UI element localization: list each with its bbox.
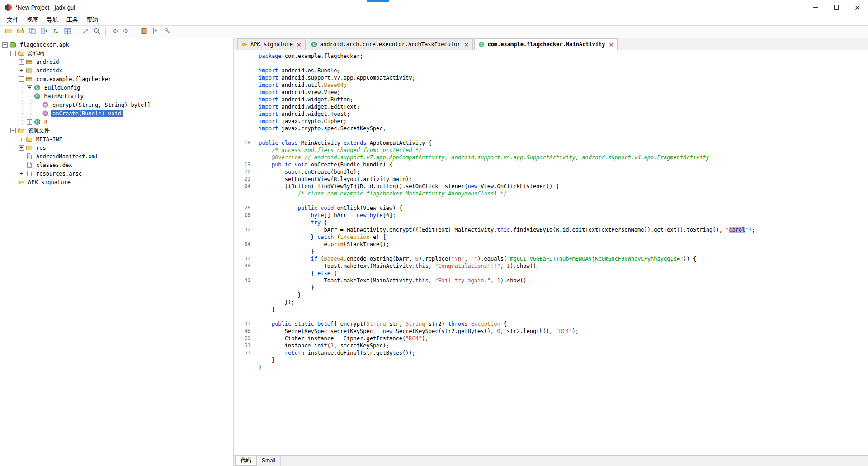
code-text[interactable]: super.onCreate(bundle); xyxy=(255,168,360,176)
code-text[interactable]: } xyxy=(255,364,262,371)
tab-apk-signature[interactable]: APK signature× xyxy=(237,38,306,50)
tree-item-buildconfig[interactable]: +CBuildConfig xyxy=(0,83,233,92)
settings-button[interactable] xyxy=(162,26,173,37)
code-text[interactable]: try { xyxy=(255,219,327,226)
tree-item-com-example-flagchecker[interactable]: −com.example.flagchecker xyxy=(0,75,233,83)
search-button[interactable] xyxy=(91,26,102,37)
code-text[interactable]: import android.widget.Toast; xyxy=(255,110,350,118)
view-tab-smali[interactable]: Smali xyxy=(257,456,281,466)
tree-item-flagchecker-apk[interactable]: −flagchecker.apk xyxy=(0,40,233,49)
tree-item-res[interactable]: +res xyxy=(0,143,233,152)
code-text[interactable]: package com.example.flagchecker; xyxy=(255,52,363,60)
tree-item-android[interactable]: +android xyxy=(0,57,233,66)
tree-expander-minus[interactable]: − xyxy=(10,51,16,56)
flatten-packages-button[interactable] xyxy=(62,26,73,37)
code-text[interactable]: public void onClick(View view) { xyxy=(255,204,402,212)
code-text[interactable]: import javax.crypto.Cipher; xyxy=(255,118,347,125)
code-text[interactable]: public static byte[] encrypt(String str,… xyxy=(255,320,507,328)
code-editor[interactable]: package com.example.flagchecker;import a… xyxy=(234,50,868,455)
code-text[interactable]: import android.os.Bundle; xyxy=(255,67,340,74)
log-viewer-button[interactable] xyxy=(150,26,161,37)
code-text[interactable]: /* access modifiers changed from: protec… xyxy=(255,147,422,154)
code-text[interactable]: }); xyxy=(255,299,294,306)
code-text[interactable]: } xyxy=(255,357,275,364)
tree-item-r-class[interactable]: +CR xyxy=(0,118,233,126)
code-text[interactable] xyxy=(255,132,259,139)
code-text[interactable]: return instance.doFinal(str.getBytes()); xyxy=(255,349,415,357)
code-text[interactable]: e.printStackTrace(); xyxy=(255,241,389,248)
code-text[interactable]: ((Button) findViewById(R.id.button)).set… xyxy=(255,183,559,190)
menu-tools[interactable]: 工具 xyxy=(62,14,82,25)
tree-expander-plus[interactable]: + xyxy=(19,68,24,73)
code-text[interactable]: instance.init(1, secretKeySpec); xyxy=(255,342,389,349)
tab-close-icon[interactable]: × xyxy=(464,41,469,48)
code-text[interactable]: } catch (Exception e) { xyxy=(255,233,386,241)
tree-item-resources-arsc[interactable]: +resources.arsc xyxy=(0,169,233,178)
tab-archtaskexecutor[interactable]: Candroid.arch.core.executor.ArchTaskExec… xyxy=(307,38,473,50)
close-button[interactable]: × xyxy=(847,0,868,14)
code-text[interactable] xyxy=(255,60,259,67)
menu-file[interactable]: 文件 xyxy=(3,14,23,25)
code-text[interactable]: } else { xyxy=(255,270,337,277)
save-all-button[interactable] xyxy=(27,26,38,37)
add-files-button[interactable] xyxy=(15,26,26,37)
tree-item-oncreate-method[interactable]: monCreate(Bundle) void xyxy=(0,109,233,118)
code-text[interactable]: public void onCreate(Bundle bundle) { xyxy=(255,161,392,168)
code-text[interactable]: setContentView(R.layout.activity_main); xyxy=(255,176,412,183)
code-text[interactable]: /* class com.example.flagchecker.MainAct… xyxy=(255,190,507,197)
code-text[interactable]: Cipher instance = Cipher.getInstance("RC… xyxy=(255,335,429,342)
tree-expander-plus[interactable]: + xyxy=(19,137,24,142)
nav-back-button[interactable] xyxy=(109,26,120,37)
menu-navigation[interactable]: 导航 xyxy=(42,14,62,25)
tree-item-apk-signature[interactable]: APK signature xyxy=(0,178,233,186)
nav-forward-button[interactable] xyxy=(121,26,132,37)
code-text[interactable]: } xyxy=(255,284,314,291)
code-text[interactable]: public class MainActivity extends AppCom… xyxy=(255,139,432,147)
code-text[interactable]: Toast.makeText(MainActivity.this, "Congr… xyxy=(255,262,539,270)
preferences-button[interactable] xyxy=(80,26,90,37)
sync-button[interactable] xyxy=(50,26,61,37)
code-text[interactable]: } xyxy=(255,248,314,255)
export-button[interactable] xyxy=(38,26,49,37)
tree-item-androidmanifest-xml[interactable]: <>AndroidManifest.xml xyxy=(0,152,233,161)
code-text[interactable]: byte[] bArr = new byte[0]; xyxy=(255,212,396,219)
tree-expander-plus[interactable]: + xyxy=(19,145,24,151)
tab-close-icon[interactable]: × xyxy=(609,41,614,48)
code-text[interactable]: if (Base64.encodeToString(bArr, 0).repla… xyxy=(255,255,696,262)
tree-item-mainactivity[interactable]: −CMainActivity xyxy=(0,92,233,100)
tree-item-meta-inf[interactable]: +META-INF xyxy=(0,135,233,143)
code-text[interactable]: import android.util.Base64; xyxy=(255,81,347,89)
maximize-button[interactable] xyxy=(826,0,847,14)
code-text[interactable]: bArr = MainActivity.encrypt(((EditText) … xyxy=(255,226,755,233)
code-text[interactable]: } xyxy=(255,306,275,313)
code-text[interactable]: import android.widget.EditText; xyxy=(255,103,360,110)
tree-expander-minus[interactable]: − xyxy=(10,128,16,133)
tree-item-classes-dex[interactable]: classes.dex xyxy=(0,161,233,169)
tab-mainactivity[interactable]: Ccom.example.flagchecker.MainActivity× xyxy=(474,38,618,50)
tree-item-encrypt-method[interactable]: mencrypt(String, String) byte[] xyxy=(0,100,233,109)
code-text[interactable] xyxy=(255,197,259,204)
tree-expander-plus[interactable]: + xyxy=(19,171,24,176)
tree-expander-plus[interactable]: + xyxy=(27,85,32,90)
code-text[interactable]: import android.widget.Button; xyxy=(255,96,354,103)
open-file-button[interactable] xyxy=(3,26,14,37)
code-text[interactable]: } xyxy=(255,291,301,299)
tree-expander-minus[interactable]: − xyxy=(2,42,8,48)
code-text[interactable]: import javax.crypto.spec.SecretKeySpec; xyxy=(255,125,386,132)
menu-help[interactable]: 帮助 xyxy=(82,14,102,25)
code-text[interactable]: SecretKeySpec secretKeySpec = new Secret… xyxy=(255,328,579,335)
code-text[interactable]: @Override // android.support.v7.app.AppC… xyxy=(255,154,709,161)
code-text[interactable] xyxy=(255,313,259,320)
code-text[interactable]: import android.support.v7.app.AppCompatA… xyxy=(255,74,415,81)
tree-expander-minus[interactable]: − xyxy=(27,94,32,99)
tree-item-androidx[interactable]: +androidx xyxy=(0,66,233,75)
minimize-button[interactable] xyxy=(805,0,826,14)
deobfuscation-button[interactable] xyxy=(138,26,149,37)
tab-close-icon[interactable]: × xyxy=(297,41,302,48)
tree-expander-plus[interactable]: + xyxy=(27,119,32,125)
tree-expander-minus[interactable]: − xyxy=(19,76,24,82)
tree-item-resource-files[interactable]: −资源文件 xyxy=(0,126,233,135)
tree-item-source-code[interactable]: −源代码 xyxy=(0,49,233,57)
tree-expander-plus[interactable]: + xyxy=(19,59,24,65)
code-text[interactable]: Toast.makeText(MainActivity.this, "Fail,… xyxy=(255,277,530,284)
